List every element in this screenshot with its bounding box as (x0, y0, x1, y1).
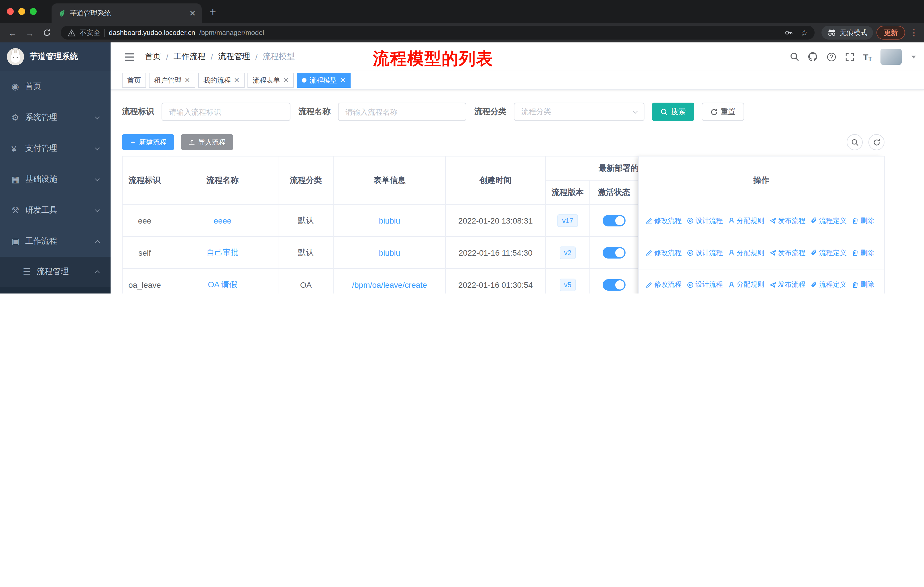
delete-action-link[interactable]: 删除 (852, 280, 874, 290)
publish-action-link[interactable]: 发布流程 (769, 216, 805, 226)
sidebar-item-payment[interactable]: ¥ 支付管理 (0, 133, 111, 164)
tag-process-form[interactable]: 流程表单 ✕ (248, 73, 294, 88)
password-key-icon[interactable] (784, 28, 794, 37)
sidebar-item-process-form[interactable]: ▤ 流程表单 (0, 287, 111, 293)
breadcrumb-item[interactable]: 工作流程 (173, 51, 206, 62)
sidebar-item-devtools[interactable]: ⚒ 研发工具 (0, 195, 111, 226)
search-button[interactable]: 搜索 (652, 103, 694, 121)
cell-name: eeee (167, 204, 278, 236)
cell-version: v5 (546, 269, 590, 293)
update-button[interactable]: 更新 (876, 26, 905, 40)
window-zoom-button[interactable] (30, 8, 37, 15)
fullscreen-icon[interactable] (845, 52, 855, 62)
sidebar-item-label: 系统管理 (25, 112, 57, 123)
import-process-button[interactable]: 导入流程 (181, 134, 233, 150)
tag-my-process[interactable]: 我的流程 ✕ (198, 73, 244, 88)
definition-action-link[interactable]: 流程定义 (810, 216, 846, 226)
design-action-link[interactable]: 设计流程 (687, 248, 723, 258)
plus-icon: ＋ (129, 137, 136, 147)
form-link[interactable]: biubiu (379, 248, 401, 257)
sidebar-item-process-management[interactable]: ☰ 流程管理 (0, 257, 111, 287)
refresh-table-button[interactable] (868, 134, 884, 150)
forward-button[interactable]: → (23, 28, 37, 37)
reload-button[interactable] (40, 29, 54, 37)
delete-action-link[interactable]: 删除 (852, 216, 874, 226)
chevron-down-icon (633, 109, 638, 114)
help-icon[interactable] (826, 52, 836, 62)
design-action-link[interactable]: 设计流程 (687, 280, 723, 290)
browser-menu-icon[interactable]: ⋮ (910, 28, 918, 38)
definition-action-link[interactable]: 流程定义 (810, 248, 846, 258)
import-button-label: 导入流程 (198, 137, 226, 147)
screenshot-root: 芋道管理系统 ✕ + ← → 不安全 dashboard.yudao.iocod… (0, 0, 924, 293)
user-avatar[interactable] (881, 49, 902, 65)
list-icon: ☰ (23, 266, 37, 277)
active-toggle[interactable] (602, 247, 625, 258)
design-action-link[interactable]: 设计流程 (687, 216, 723, 226)
browser-tab[interactable]: 芋道管理系统 ✕ (51, 3, 201, 23)
sidebar-item-system[interactable]: ⚙ 系统管理 (0, 102, 111, 133)
breadcrumb-item[interactable]: 首页 (145, 51, 161, 62)
cell-category: 默认 (278, 236, 334, 269)
window-minimize-button[interactable] (18, 8, 25, 15)
cell-category: OA (278, 269, 334, 293)
security-warning-icon (68, 29, 76, 36)
sidebar-item-home[interactable]: ◉ 首页 (0, 71, 111, 102)
active-toggle[interactable] (602, 215, 625, 226)
process-key-input[interactable] (162, 103, 290, 121)
address-bar[interactable]: 不安全 dashboard.yudao.iocoder.cn /bpm/mana… (61, 26, 815, 40)
active-toggle[interactable] (602, 279, 625, 290)
breadcrumb-separator: / (256, 52, 258, 61)
model-name-link[interactable]: 自己审批 (206, 247, 239, 256)
tag-process-model[interactable]: 流程模型 ✕ (297, 73, 351, 88)
model-name-link[interactable]: eeee (214, 216, 231, 225)
definition-action-link[interactable]: 流程定义 (810, 280, 846, 290)
tag-close-icon[interactable]: ✕ (340, 77, 345, 84)
assign-action-link[interactable]: 分配规则 (728, 280, 764, 290)
new-tab-button[interactable]: + (210, 6, 216, 17)
create-process-button[interactable]: ＋ 新建流程 (122, 134, 174, 150)
cell-state (590, 204, 639, 236)
breadcrumb-item[interactable]: 流程管理 (218, 51, 250, 62)
assign-action-link[interactable]: 分配规则 (728, 248, 764, 258)
assign-icon (728, 250, 735, 256)
github-icon[interactable] (807, 51, 818, 62)
publish-action-link[interactable]: 发布流程 (769, 280, 805, 290)
model-name-link[interactable]: OA 请假 (208, 279, 238, 289)
sidebar-item-infrastructure[interactable]: ▦ 基础设施 (0, 164, 111, 195)
back-button[interactable]: ← (6, 28, 20, 37)
header-actions: 操作 (639, 157, 884, 205)
form-link[interactable]: /bpm/oa/leave/create (352, 280, 427, 289)
tag-close-icon[interactable]: ✕ (234, 77, 239, 84)
tag-tenant[interactable]: 租户管理 ✕ (149, 73, 195, 88)
tab-close-icon[interactable]: ✕ (189, 9, 196, 17)
assign-action-link[interactable]: 分配规则 (728, 216, 764, 226)
category-select[interactable]: 流程分类 (514, 103, 644, 121)
form-link[interactable]: biubiu (379, 216, 401, 225)
font-size-icon[interactable]: TT (863, 52, 872, 62)
process-model-table: 流程标识 流程名称 流程分类 表单信息 创建时间 最新部署的流程定义 流程版 (122, 156, 884, 293)
tag-close-icon[interactable]: ✕ (185, 77, 190, 84)
bookmark-star-icon[interactable]: ☆ (800, 28, 808, 37)
edit-action-link[interactable]: 修改流程 (645, 280, 682, 290)
tag-label: 我的流程 (203, 75, 231, 85)
tag-close-icon[interactable]: ✕ (283, 77, 289, 84)
sidebar-item-label: 流程管理 (37, 266, 69, 277)
edit-action-link[interactable]: 修改流程 (645, 216, 682, 226)
reset-button-label: 重置 (721, 107, 736, 117)
window-close-button[interactable] (7, 8, 14, 15)
publish-action-link[interactable]: 发布流程 (769, 248, 805, 258)
tag-home[interactable]: 首页 (122, 73, 146, 88)
search-icon[interactable] (790, 52, 799, 61)
edit-action-link[interactable]: 修改流程 (645, 248, 682, 258)
table-toolbar: ＋ 新建流程 导入流程 (122, 134, 884, 150)
version-badge: v2 (559, 246, 576, 259)
toggle-search-button[interactable] (846, 134, 863, 150)
reset-button[interactable]: 重置 (702, 103, 744, 121)
sidebar-item-workflow[interactable]: ▣ 工作流程 (0, 226, 111, 257)
process-name-input[interactable] (338, 103, 466, 121)
delete-action-link[interactable]: 删除 (852, 248, 874, 258)
tag-label: 流程表单 (252, 75, 280, 85)
hamburger-icon[interactable] (124, 53, 135, 61)
header-category: 流程分类 (278, 156, 334, 204)
